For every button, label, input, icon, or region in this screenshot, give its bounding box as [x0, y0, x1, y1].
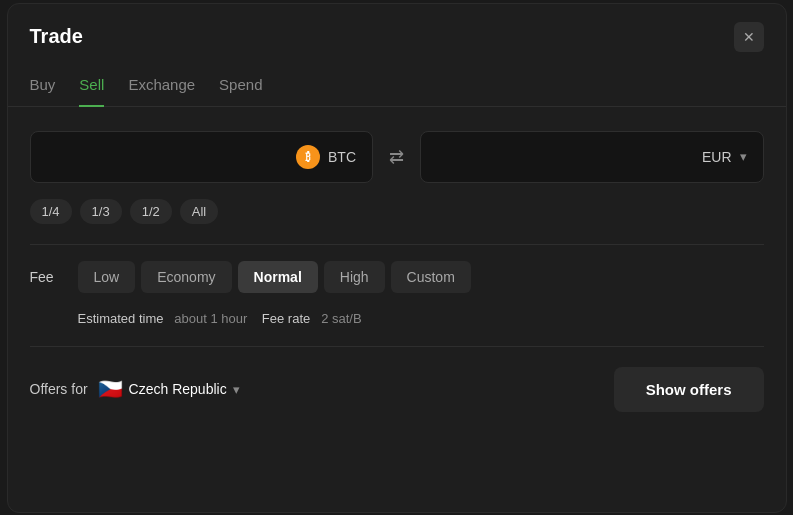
eur-input-container[interactable]: EUR ▾	[420, 131, 764, 183]
fraction-third-button[interactable]: 1/3	[80, 199, 122, 224]
fee-normal-button[interactable]: Normal	[238, 261, 318, 293]
modal-header: Trade ✕	[8, 4, 786, 66]
fee-rate-value-text: 2 sat/B	[321, 311, 361, 326]
fraction-all-button[interactable]: All	[180, 199, 218, 224]
show-offers-button[interactable]: Show offers	[614, 367, 764, 412]
trade-modal: Trade ✕ Buy Sell Exchange Spend ₿ BTC ⇄ …	[7, 3, 787, 513]
tab-spend[interactable]: Spend	[219, 66, 262, 107]
country-chevron-icon: ▾	[233, 382, 240, 397]
btc-input[interactable]	[47, 148, 289, 165]
offers-left: Offers for 🇨🇿 Czech Republic ▾	[30, 377, 240, 401]
eur-label: EUR	[702, 149, 732, 165]
btc-icon: ₿	[296, 145, 320, 169]
modal-title: Trade	[30, 25, 83, 48]
tab-buy[interactable]: Buy	[30, 66, 56, 107]
estimated-time-value	[167, 311, 171, 326]
currency-row: ₿ BTC ⇄ EUR ▾	[30, 131, 764, 183]
offers-for-label: Offers for	[30, 381, 88, 397]
modal-body: ₿ BTC ⇄ EUR ▾ 1/4 1/3 1/2 All Fee Low Ec…	[8, 107, 786, 440]
fee-rate-label: Fee rate	[262, 311, 310, 326]
fee-options: Low Economy Normal High Custom	[78, 261, 471, 293]
estimated-time-value-text: about 1 hour	[174, 311, 247, 326]
fee-row: Fee Low Economy Normal High Custom	[30, 261, 764, 293]
country-flag-icon: 🇨🇿	[98, 377, 123, 401]
fee-label: Fee	[30, 269, 66, 285]
tab-exchange[interactable]: Exchange	[128, 66, 195, 107]
fraction-half-button[interactable]: 1/2	[130, 199, 172, 224]
offers-row: Offers for 🇨🇿 Czech Republic ▾ Show offe…	[30, 363, 764, 416]
eur-chevron-icon: ▾	[740, 149, 747, 164]
fee-rate-value	[314, 311, 318, 326]
btc-input-container[interactable]: ₿ BTC	[30, 131, 374, 183]
country-name: Czech Republic	[129, 381, 227, 397]
country-selector[interactable]: 🇨🇿 Czech Republic ▾	[98, 377, 240, 401]
close-button[interactable]: ✕	[734, 22, 764, 52]
fraction-quarter-button[interactable]: 1/4	[30, 199, 72, 224]
tab-bar: Buy Sell Exchange Spend	[8, 66, 786, 107]
btc-label: BTC	[328, 149, 356, 165]
fee-low-button[interactable]: Low	[78, 261, 136, 293]
fee-custom-button[interactable]: Custom	[391, 261, 471, 293]
fee-info: Estimated time about 1 hour Fee rate 2 s…	[78, 305, 764, 330]
divider-2	[30, 346, 764, 347]
divider-1	[30, 244, 764, 245]
fee-high-button[interactable]: High	[324, 261, 385, 293]
estimated-time-label: Estimated time	[78, 311, 164, 326]
fee-economy-button[interactable]: Economy	[141, 261, 231, 293]
fraction-buttons: 1/4 1/3 1/2 All	[30, 199, 764, 224]
tab-sell[interactable]: Sell	[79, 66, 104, 107]
swap-button[interactable]: ⇄	[385, 142, 408, 172]
